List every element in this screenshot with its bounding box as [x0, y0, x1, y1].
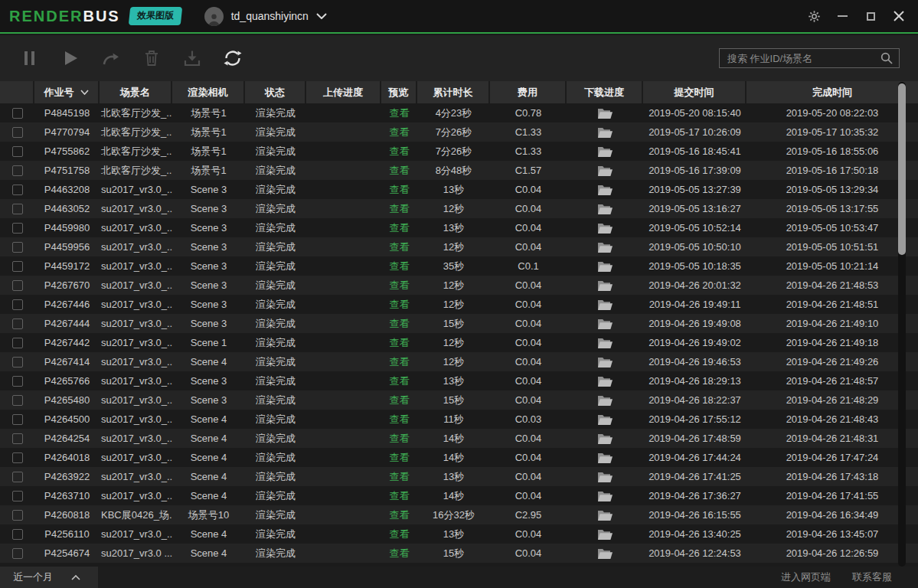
delete-trash-icon[interactable] — [142, 48, 162, 68]
row-checkbox[interactable] — [12, 395, 23, 406]
contact-support-link[interactable]: 联系客服 — [852, 570, 892, 584]
preview-link[interactable]: 查看 — [390, 106, 410, 120]
row-checkbox[interactable] — [12, 510, 23, 521]
preview-link[interactable]: 查看 — [390, 547, 410, 560]
header-job-id[interactable]: 作业号 — [34, 81, 100, 103]
row-checkbox[interactable] — [12, 299, 23, 310]
row-checkbox[interactable] — [12, 472, 23, 482]
table-row[interactable]: P4267444su2017_vr3.0_...Scene 3渲染完成查看15秒… — [0, 314, 918, 333]
table-row[interactable]: P4260818KBC展0426_场...场景号10渲染完成查看16分32秒C2… — [0, 505, 918, 524]
download-folder-button[interactable] — [567, 448, 643, 467]
download-folder-button[interactable] — [567, 276, 643, 295]
preview-link[interactable]: 查看 — [390, 374, 410, 388]
scrollbar-track[interactable] — [898, 82, 906, 567]
download-folder-button[interactable] — [567, 390, 643, 410]
download-folder-button[interactable] — [567, 410, 643, 429]
preview-link[interactable]: 查看 — [390, 260, 410, 273]
row-checkbox[interactable] — [12, 548, 23, 559]
download-folder-button[interactable] — [567, 314, 643, 333]
preview-link[interactable]: 查看 — [390, 432, 410, 446]
table-row[interactable]: P4267442su2017_vr3.0_...Scene 1渲染完成查看12秒… — [0, 333, 918, 352]
preview-link[interactable]: 查看 — [390, 202, 410, 216]
table-row[interactable]: P4265480su2017_vr3.0_...Scene 3渲染完成查看15秒… — [0, 390, 918, 410]
row-checkbox[interactable] — [12, 127, 23, 138]
download-folder-button[interactable] — [567, 256, 643, 276]
download-folder-button[interactable] — [567, 486, 643, 505]
download-folder-button[interactable] — [567, 544, 643, 563]
row-checkbox[interactable] — [12, 414, 23, 425]
row-checkbox[interactable] — [12, 204, 23, 214]
table-row[interactable]: P4256110su2017_vr3.0_...Scene 4渲染完成查看13秒… — [0, 524, 918, 544]
preview-link[interactable]: 查看 — [390, 508, 410, 522]
preview-link[interactable]: 查看 — [390, 221, 410, 235]
download-button[interactable] — [182, 48, 202, 68]
row-checkbox[interactable] — [12, 185, 23, 195]
row-checkbox[interactable] — [12, 146, 23, 157]
preview-link[interactable]: 查看 — [390, 240, 410, 254]
date-range-selector[interactable]: 近一个月 — [0, 567, 98, 588]
row-checkbox[interactable] — [12, 165, 23, 176]
row-checkbox[interactable] — [12, 452, 23, 463]
scrollbar-thumb[interactable] — [898, 83, 906, 255]
row-checkbox[interactable] — [12, 223, 23, 234]
table-row[interactable]: P4770794北欧客厅沙发_...场景号1渲染完成查看7分26秒C1.3320… — [0, 122, 918, 142]
download-folder-button[interactable] — [567, 505, 643, 524]
download-folder-button[interactable] — [567, 103, 643, 122]
preview-link[interactable]: 查看 — [390, 126, 410, 139]
table-row[interactable]: P4267670su2017_vr3.0_...Scene 3渲染完成查看12秒… — [0, 276, 918, 295]
table-row[interactable]: P4463208su2017_vr3.0_...Scene 3渲染完成查看13秒… — [0, 180, 918, 199]
preview-link[interactable]: 查看 — [390, 413, 410, 426]
row-checkbox[interactable] — [12, 529, 23, 540]
table-row[interactable]: P4459956su2017_vr3.0_...Scene 3渲染完成查看12秒… — [0, 237, 918, 256]
download-folder-button[interactable] — [567, 237, 643, 256]
table-row[interactable]: P4264254su2017_vr3.0_...Scene 4渲染完成查看14秒… — [0, 429, 918, 448]
download-folder-button[interactable] — [567, 218, 643, 237]
download-folder-button[interactable] — [567, 371, 643, 390]
row-checkbox[interactable] — [12, 280, 23, 291]
preview-link[interactable]: 查看 — [390, 489, 410, 503]
row-checkbox[interactable] — [12, 338, 23, 348]
table-row[interactable]: P4267414su2017_vr3.0_...Scene 4渲染完成查看12秒… — [0, 352, 918, 371]
row-checkbox[interactable] — [12, 376, 23, 387]
table-row[interactable]: P4263922su2017_vr3.0_...Scene 4渲染完成查看13秒… — [0, 467, 918, 486]
search-icon[interactable] — [880, 52, 893, 64]
row-checkbox[interactable] — [12, 357, 23, 368]
row-checkbox[interactable] — [12, 491, 23, 501]
preview-link[interactable]: 查看 — [390, 298, 410, 312]
preview-link[interactable]: 查看 — [390, 279, 410, 292]
table-row[interactable]: P4267446su2017_vr3.0_...Scene 3渲染完成查看12秒… — [0, 295, 918, 314]
preview-link[interactable]: 查看 — [390, 183, 410, 197]
table-row[interactable]: P4264018su2017_vr3.0_...Scene 4渲染完成查看14秒… — [0, 448, 918, 467]
user-menu[interactable]: td_quanshiyincn — [204, 7, 327, 26]
preview-link[interactable]: 查看 — [390, 336, 410, 350]
table-row[interactable]: P4459172su2017_vr3.0_...Scene 3渲染完成查看35秒… — [0, 256, 918, 276]
row-checkbox[interactable] — [12, 261, 23, 272]
download-folder-button[interactable] — [567, 180, 643, 199]
download-folder-button[interactable] — [567, 352, 643, 371]
preview-link[interactable]: 查看 — [390, 164, 410, 178]
download-folder-button[interactable] — [567, 524, 643, 544]
preview-link[interactable]: 查看 — [390, 394, 410, 407]
download-folder-button[interactable] — [567, 142, 643, 161]
table-row[interactable]: P4265766su2017_vr3.0_...Scene 3渲染完成查看13秒… — [0, 371, 918, 390]
preview-link[interactable]: 查看 — [390, 451, 410, 465]
table-row[interactable]: P4463052su2017_vr3.0_...Scene 3渲染完成查看12秒… — [0, 199, 918, 218]
preview-link[interactable]: 查看 — [390, 355, 410, 369]
preview-link[interactable]: 查看 — [390, 145, 410, 158]
start-button[interactable] — [60, 48, 80, 68]
settings-gear-icon[interactable] — [807, 9, 821, 23]
open-web-link[interactable]: 进入网页端 — [781, 570, 831, 584]
download-folder-button[interactable] — [567, 199, 643, 218]
maximize-button[interactable] — [864, 9, 877, 23]
table-row[interactable]: P4254674su2017_vr3.0 ...Scene 4渲染完成查看15秒… — [0, 544, 918, 563]
table-row[interactable]: P4755862北欧客厅沙发_...场景号1渲染完成查看7分26秒C1.3320… — [0, 142, 918, 161]
minimize-button[interactable] — [835, 9, 849, 23]
table-row[interactable]: P4845198北欧客厅沙发_...场景号1渲染完成查看4分23秒C0.7820… — [0, 103, 918, 122]
row-checkbox[interactable] — [12, 318, 23, 329]
table-row[interactable]: P4264500su2017_vr3.0_...Scene 4渲染完成查看11秒… — [0, 410, 918, 429]
preview-link[interactable]: 查看 — [390, 317, 410, 331]
download-folder-button[interactable] — [567, 467, 643, 486]
row-checkbox[interactable] — [12, 242, 23, 253]
preview-link[interactable]: 查看 — [390, 528, 410, 541]
resubmit-button[interactable] — [101, 48, 121, 68]
